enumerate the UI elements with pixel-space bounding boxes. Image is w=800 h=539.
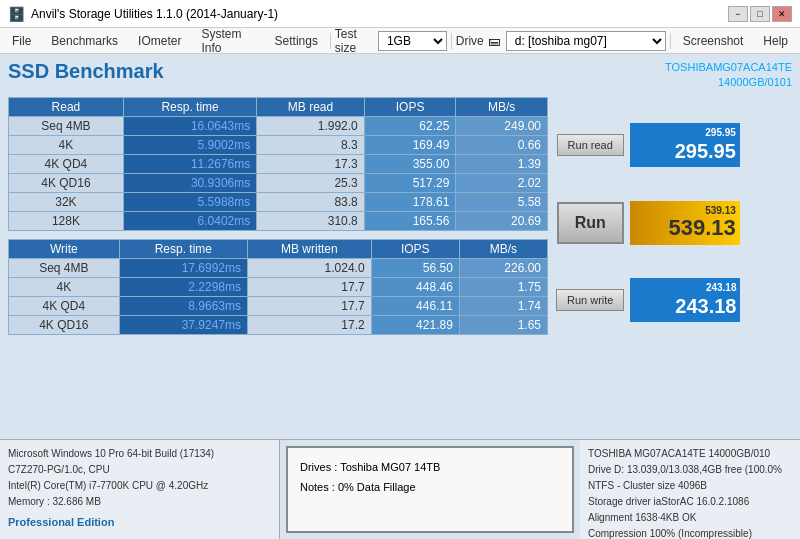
read-mb: 17.3	[257, 154, 365, 173]
drive-detail-line3: NTFS - Cluster size 4096B	[588, 478, 792, 494]
drive-detail-line6: Compression 100% (Incompressible)	[588, 526, 792, 539]
read-resp-time: 11.2676ms	[123, 154, 256, 173]
read-mbs: 20.69	[456, 211, 548, 230]
write-mbs: 226.00	[459, 258, 547, 277]
read-table-row: 4K QD4 11.2676ms 17.3 355.00 1.39	[9, 154, 548, 173]
iops-header-w: IOPS	[371, 239, 459, 258]
sys-line1: Microsoft Windows 10 Pro 64-bit Build (1…	[8, 446, 271, 462]
bottom-center-info: Drives : Toshiba MG07 14TB Notes : 0% Da…	[286, 446, 574, 533]
drive-info-line2: 14000GB/0101	[665, 75, 792, 90]
write-mbs: 1.65	[459, 315, 547, 334]
write-iops: 56.50	[371, 258, 459, 277]
write-score-box: 243.18 243.18	[630, 278, 740, 322]
read-iops: 169.49	[364, 135, 456, 154]
bottom-bar: Microsoft Windows 10 Pro 64-bit Build (1…	[0, 439, 800, 539]
read-mb: 1.992.0	[257, 116, 365, 135]
write-score-small: 243.18	[706, 282, 737, 293]
read-row-label: 32K	[9, 192, 124, 211]
write-resp-time: 8.9663ms	[119, 296, 247, 315]
menu-sysinfo[interactable]: System Info	[193, 25, 262, 57]
mb-read-header: MB read	[257, 97, 365, 116]
bottom-right-info: TOSHIBA MG07ACA14TE 14000GB/010 Drive D:…	[580, 440, 800, 539]
read-row-label: 4K QD4	[9, 154, 124, 173]
menu-benchmarks[interactable]: Benchmarks	[43, 32, 126, 50]
test-size-label: Test size	[335, 27, 374, 55]
resp-time-header-w: Resp. time	[119, 239, 247, 258]
run-score-box: 539.13 539.13	[630, 201, 740, 245]
write-iops: 448.46	[371, 277, 459, 296]
test-size-select[interactable]: 1GB 512MB 256MB	[378, 31, 447, 51]
write-table: Write Resp. time MB written IOPS MB/s Se…	[8, 239, 548, 335]
read-score-box: 295.95 295.95	[630, 123, 740, 167]
read-mbs: 249.00	[456, 116, 548, 135]
resp-time-header: Resp. time	[123, 97, 256, 116]
titlebar-title: Anvil's Storage Utilities 1.1.0 (2014-Ja…	[31, 7, 278, 21]
write-table-row: Seq 4MB 17.6992ms 1.024.0 56.50 226.00	[9, 258, 548, 277]
ssd-benchmark-title: SSD Benchmark	[8, 60, 164, 83]
write-row-label: Seq 4MB	[9, 258, 120, 277]
main-content: SSD Benchmark TOSHIBAMG07ACA14TE 14000GB…	[0, 54, 800, 539]
run-write-button[interactable]: Run write	[556, 289, 624, 311]
write-mb: 1.024.0	[248, 258, 372, 277]
close-button[interactable]: ✕	[772, 6, 792, 22]
minimize-button[interactable]: −	[728, 6, 748, 22]
menu-help[interactable]: Help	[755, 32, 796, 50]
read-score-small: 295.95	[705, 127, 736, 138]
drive-label: Drive	[456, 34, 484, 48]
titlebar: 🗄️ Anvil's Storage Utilities 1.1.0 (2014…	[0, 0, 800, 28]
read-iops: 178.61	[364, 192, 456, 211]
menu-file[interactable]: File	[4, 32, 39, 50]
write-iops: 446.11	[371, 296, 459, 315]
maximize-button[interactable]: □	[750, 6, 770, 22]
menu-screenshot[interactable]: Screenshot	[675, 32, 752, 50]
ssd-header: SSD Benchmark TOSHIBAMG07ACA14TE 14000GB…	[8, 60, 792, 91]
read-mb: 310.8	[257, 211, 365, 230]
iops-header: IOPS	[364, 97, 456, 116]
mb-written-header: MB written	[248, 239, 372, 258]
write-table-row: 4K QD4 8.9663ms 17.7 446.11 1.74	[9, 296, 548, 315]
read-resp-time: 30.9306ms	[123, 173, 256, 192]
drive-detail-line4: Storage driver iaStorAC 16.0.2.1086	[588, 494, 792, 510]
read-row-label: 128K	[9, 211, 124, 230]
write-mbs: 1.74	[459, 296, 547, 315]
left-tables: Read Resp. time MB read IOPS MB/s Seq 4M…	[8, 97, 548, 339]
run-container: Run 539.13 539.13	[557, 201, 740, 245]
write-table-row: 4K QD16 37.9247ms 17.2 421.89 1.65	[9, 315, 548, 334]
run-score-large: 539.13	[668, 215, 735, 241]
sys-line3: Intel(R) Core(TM) i7-7700K CPU @ 4.20GHz	[8, 478, 271, 494]
write-resp-time: 37.9247ms	[119, 315, 247, 334]
mbs-header: MB/s	[456, 97, 548, 116]
write-mb: 17.7	[248, 277, 372, 296]
run-read-button[interactable]: Run read	[557, 134, 624, 156]
read-resp-time: 5.5988ms	[123, 192, 256, 211]
read-resp-time: 16.0643ms	[123, 116, 256, 135]
write-mb: 17.2	[248, 315, 372, 334]
read-table: Read Resp. time MB read IOPS MB/s Seq 4M…	[8, 97, 548, 231]
write-resp-time: 2.2298ms	[119, 277, 247, 296]
drives-info-line2: Notes : 0% Data Fillage	[300, 478, 560, 498]
mbs-header-w: MB/s	[459, 239, 547, 258]
write-score-large: 243.18	[675, 295, 736, 318]
bottom-left-info: Microsoft Windows 10 Pro 64-bit Build (1…	[0, 440, 280, 539]
menu-settings[interactable]: Settings	[267, 32, 326, 50]
run-button[interactable]: Run	[557, 202, 624, 244]
read-score-large: 295.95	[675, 140, 736, 163]
read-mb: 25.3	[257, 173, 365, 192]
write-header: Write	[9, 239, 120, 258]
read-header: Read	[9, 97, 124, 116]
write-table-row: 4K 2.2298ms 17.7 448.46 1.75	[9, 277, 548, 296]
professional-edition-label: Professional Edition	[8, 514, 271, 532]
menu-iometer[interactable]: IOmeter	[130, 32, 189, 50]
write-mb: 17.7	[248, 296, 372, 315]
tables-section: Read Resp. time MB read IOPS MB/s Seq 4M…	[8, 97, 792, 339]
drive-info-line1: TOSHIBAMG07ACA14TE	[665, 60, 792, 75]
sys-line2: C7Z270-PG/1.0c, CPU	[8, 462, 271, 478]
drive-info: TOSHIBAMG07ACA14TE 14000GB/0101	[665, 60, 792, 91]
drive-detail-line5: Alignment 1638·4KB OK	[588, 510, 792, 526]
write-resp-time: 17.6992ms	[119, 258, 247, 277]
drive-select[interactable]: d: [toshiba mg07]	[506, 31, 666, 51]
read-mbs: 0.66	[456, 135, 548, 154]
drive-detail-line2: Drive D: 13.039,0/13.038,4GB free (100.0…	[588, 462, 792, 478]
read-iops: 165.56	[364, 211, 456, 230]
read-iops: 62.25	[364, 116, 456, 135]
